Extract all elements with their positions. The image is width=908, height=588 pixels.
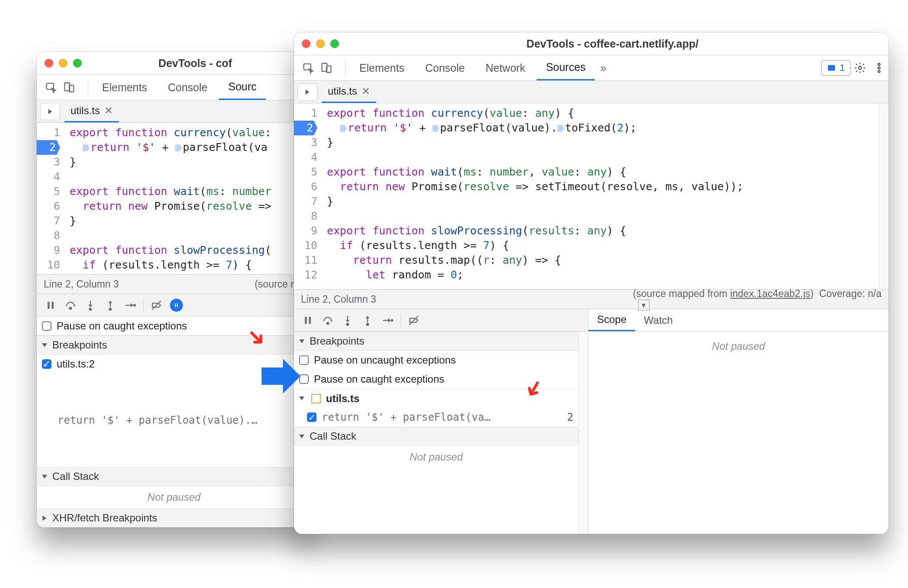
tab-console[interactable]: Console: [158, 75, 217, 100]
traffic-lights[interactable]: [302, 39, 339, 48]
xhr-breakpoints-header[interactable]: XHR/fetch Breakpoints: [37, 508, 311, 527]
breakpoints-header[interactable]: Breakpoints: [37, 336, 311, 355]
disclosure-triangle-icon: [299, 396, 304, 400]
svg-point-33: [367, 323, 369, 326]
svg-point-22: [878, 64, 880, 66]
titlebar[interactable]: DevTools - coffee-cart.netlify.app/: [294, 32, 889, 55]
svg-rect-15: [175, 303, 176, 307]
pause-uncaught-row[interactable]: Pause on uncaught exceptions: [294, 351, 579, 370]
breakpoints-header[interactable]: Breakpoints: [294, 332, 579, 351]
issues-button[interactable]: 1: [821, 60, 850, 76]
inspect-element-icon[interactable]: [42, 79, 60, 96]
step-button[interactable]: [378, 312, 397, 329]
deactivate-breakpoints-button[interactable]: [147, 297, 166, 314]
close-icon[interactable]: [45, 59, 53, 67]
pause-resume-button[interactable]: [298, 312, 317, 329]
navigator-toggle-icon[interactable]: [297, 83, 317, 101]
step-button[interactable]: [121, 297, 140, 314]
svg-point-13: [134, 304, 136, 306]
close-tab-icon[interactable]: ✕: [104, 105, 113, 117]
not-paused-label: Not paused: [37, 486, 311, 508]
close-icon[interactable]: [302, 39, 310, 48]
window-title: DevTools - cof: [87, 57, 304, 70]
cursor-position: Line 2, Column 3: [44, 278, 119, 290]
scrollbar[interactable]: [879, 103, 889, 289]
panel-tabs: Elements Console Sourc: [93, 75, 266, 100]
tab-watch[interactable]: Watch: [635, 309, 681, 331]
coverage-label: Coverage: n/a: [819, 288, 882, 299]
checkbox-icon[interactable]: [42, 321, 51, 331]
tab-elements[interactable]: Elements: [350, 55, 414, 80]
file-tab-strip: utils.ts ✕: [294, 81, 889, 103]
tab-network[interactable]: Network: [476, 55, 535, 80]
checkbox-checked-icon[interactable]: ✓: [42, 359, 51, 369]
svg-point-9: [90, 308, 92, 310]
traffic-lights[interactable]: [45, 59, 82, 67]
svg-line-36: [409, 316, 419, 325]
checkbox-icon[interactable]: [299, 374, 309, 384]
svg-marker-32: [365, 316, 369, 318]
titlebar[interactable]: DevTools - cof: [37, 52, 311, 74]
settings-icon[interactable]: [850, 62, 870, 74]
step-out-button[interactable]: [358, 312, 377, 329]
step-into-button[interactable]: [81, 297, 100, 314]
window-title: DevTools - coffee-cart.netlify.app/: [344, 38, 881, 50]
callstack-header[interactable]: Call Stack: [294, 427, 579, 446]
checkbox-icon[interactable]: [299, 355, 309, 365]
deactivate-breakpoints-button[interactable]: [404, 312, 423, 329]
pause-caught-label: Pause on caught exceptions: [57, 320, 187, 332]
close-tab-icon[interactable]: ✕: [361, 85, 370, 97]
file-tab-utils[interactable]: utils.ts ✕: [64, 100, 119, 122]
scrollbar[interactable]: [579, 332, 588, 534]
breakpoint-file: utils.ts:2: [57, 358, 95, 370]
step-over-button[interactable]: [61, 297, 80, 314]
line-gutter[interactable]: 123456789101112: [37, 123, 65, 274]
disclosure-triangle-icon: [43, 515, 47, 521]
navigator-toggle-icon[interactable]: [40, 103, 60, 120]
svg-rect-4: [48, 301, 50, 308]
svg-rect-27: [309, 316, 311, 323]
file-tab-label: utils.ts: [328, 85, 357, 97]
step-into-button[interactable]: [338, 312, 357, 329]
callstack-header[interactable]: Call Stack: [37, 467, 311, 486]
sidebar-tabs: Scope Watch: [588, 309, 889, 332]
more-tabs-icon[interactable]: »: [595, 62, 611, 74]
file-tab-label: utils.ts: [70, 105, 100, 117]
debugger-toolbar: [294, 309, 588, 332]
tab-sources[interactable]: Sourc: [219, 75, 266, 100]
svg-point-21: [859, 67, 862, 70]
tab-scope[interactable]: Scope: [588, 309, 635, 331]
source-editor[interactable]: 123456789101112 export function currency…: [37, 123, 311, 274]
code-content[interactable]: export function currency(value: any) { r…: [323, 103, 879, 289]
tab-console[interactable]: Console: [416, 55, 474, 80]
zoom-icon[interactable]: [73, 59, 82, 67]
pause-on-exceptions-button[interactable]: [167, 297, 186, 314]
file-tab-strip: utils.ts ✕: [37, 100, 311, 123]
source-editor[interactable]: 123456789101112 export function currency…: [294, 103, 889, 289]
minimize-icon[interactable]: [316, 39, 325, 48]
step-out-button[interactable]: [101, 297, 120, 314]
checkbox-checked-icon[interactable]: ✓: [307, 412, 317, 422]
tab-elements[interactable]: Elements: [93, 75, 157, 100]
disclosure-triangle-icon: [42, 343, 47, 347]
step-over-button[interactable]: [318, 312, 337, 329]
breakpoint-code[interactable]: return '$' + parseFloat(value).…: [37, 374, 311, 467]
minimize-icon[interactable]: [59, 59, 67, 67]
device-toolbar-icon[interactable]: [60, 79, 78, 96]
tab-sources[interactable]: Sources: [537, 55, 595, 80]
svg-point-23: [878, 67, 880, 69]
disclosure-triangle-icon: [299, 435, 304, 438]
file-tab-utils[interactable]: utils.ts ✕: [322, 81, 376, 103]
device-toolbar-icon[interactable]: [317, 60, 336, 76]
inspect-element-icon[interactable]: [299, 60, 317, 76]
sourcemap-link[interactable]: index.1ac4eab2.js: [730, 288, 810, 299]
breakpoint-line-row[interactable]: ✓ return '$' + parseFloat(va… 2: [294, 408, 579, 427]
pause-resume-button[interactable]: [41, 297, 60, 314]
svg-line-14: [152, 300, 161, 310]
debugger-toolbar: [37, 294, 311, 316]
code-content[interactable]: export function currency(value: return '…: [65, 123, 311, 274]
line-gutter[interactable]: 123456789101112: [294, 103, 323, 289]
zoom-icon[interactable]: [330, 39, 339, 48]
svg-point-28: [327, 322, 329, 324]
more-options-icon[interactable]: [870, 62, 889, 74]
